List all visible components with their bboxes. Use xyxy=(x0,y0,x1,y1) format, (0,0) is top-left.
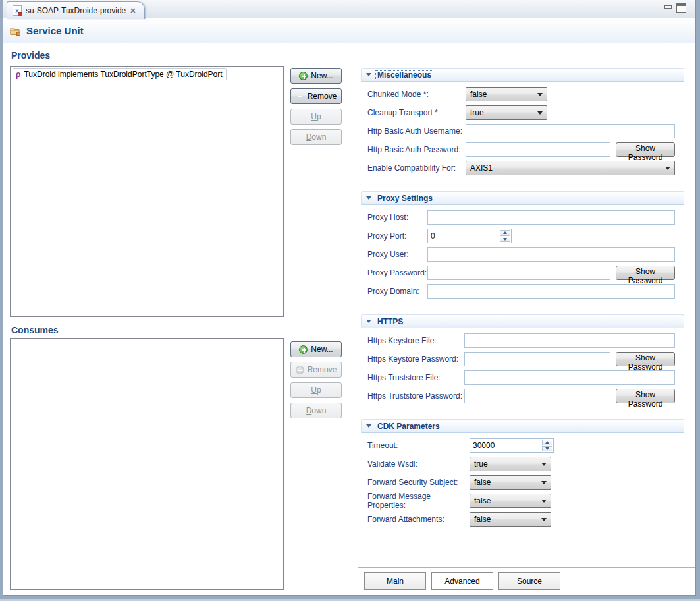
field-row-timeout: Timeout: xyxy=(361,438,684,453)
provides-list-item[interactable]: ρTuxDroid implements TuxDroidPortType @ … xyxy=(13,68,227,80)
field-row-proxy-password: Proxy Password:Show Password xyxy=(361,266,684,280)
section-title: CDK Parameters xyxy=(376,422,441,431)
page-tab-advanced[interactable]: Advanced xyxy=(431,572,493,590)
folder-icon xyxy=(10,26,21,36)
http-basic-auth-password-label: Http Basic Auth Password: xyxy=(367,145,466,154)
editor-window: X su-SOAP-TuxDroide-provide ✕ Service Un… xyxy=(3,0,696,596)
http-basic-auth-username-input[interactable] xyxy=(466,124,675,138)
https-keystore-password-show-password-button[interactable]: Show Password xyxy=(616,352,675,366)
consumes-list[interactable] xyxy=(10,338,284,590)
https-truststore-password-show-password-button[interactable]: Show Password xyxy=(616,389,675,403)
enable-compatibility-for-label: Enable Compatibility For: xyxy=(367,163,466,173)
https-truststore-password-input[interactable] xyxy=(464,389,610,403)
section-header-https[interactable]: HTTPS xyxy=(361,314,684,328)
proxy-user-input[interactable] xyxy=(427,247,675,262)
remove-icon xyxy=(296,92,304,101)
section-header-proxy-settings[interactable]: Proxy Settings xyxy=(361,191,684,205)
chevron-down-icon xyxy=(541,500,547,505)
spinner-down-icon[interactable] xyxy=(542,446,552,452)
proxy-host-label: Proxy Host: xyxy=(367,213,427,222)
consumes-remove-button[interactable]: Remove xyxy=(290,362,342,378)
field-row-cleanup-transport: Cleanup Transport *:true xyxy=(361,105,684,120)
selected-value: AXIS1 xyxy=(470,163,661,173)
provides-down-button[interactable]: Down xyxy=(290,129,342,145)
spinner-down-icon[interactable] xyxy=(500,237,510,243)
forward-attachments-label: Forward Attachments: xyxy=(367,515,470,524)
provides-up-button[interactable]: Up xyxy=(290,109,342,125)
chevron-down-icon xyxy=(665,167,670,173)
collapse-triangle-icon xyxy=(366,196,371,202)
field-row-proxy-domain: Proxy Domain: xyxy=(361,284,684,299)
page-tab-main[interactable]: Main xyxy=(364,572,426,590)
field-row-validate-wsdl: Validate Wsdl:true xyxy=(361,457,684,471)
https-keystore-password-label: Https Keystore Password: xyxy=(367,355,464,364)
selected-value: false xyxy=(470,90,533,99)
consumes-buttons: New...RemoveUpDown xyxy=(290,341,342,418)
chunked-mode-label: Chunked Mode *: xyxy=(367,90,466,99)
proxy-port-input[interactable] xyxy=(428,229,499,243)
endpoint-icon: ρ xyxy=(16,70,20,79)
provides-list[interactable]: ρTuxDroid implements TuxDroidPortType @ … xyxy=(10,66,284,317)
section-title: Proxy Settings xyxy=(376,194,434,203)
forward-message-properties-select[interactable]: false xyxy=(470,494,551,508)
forward-attachments-select[interactable]: false xyxy=(470,512,551,527)
close-icon[interactable]: ✕ xyxy=(130,7,136,14)
chunked-mode-select[interactable]: false xyxy=(466,87,547,101)
collapse-triangle-icon xyxy=(366,424,371,430)
cleanup-transport-select[interactable]: true xyxy=(466,105,547,120)
section-header-miscellaneous[interactable]: Miscellaneous xyxy=(361,68,684,82)
section-header-cdk-parameters[interactable]: CDK Parameters xyxy=(361,419,684,433)
section-title: Miscellaneous xyxy=(376,71,433,80)
field-row-proxy-port: Proxy Port: xyxy=(361,229,684,243)
provides-new-button[interactable]: New... xyxy=(290,68,342,84)
consumes-heading: Consumes xyxy=(11,325,59,335)
timeout-label: Timeout: xyxy=(367,441,470,450)
editor-tab-strip: X su-SOAP-TuxDroide-provide ✕ xyxy=(3,0,695,19)
proxy-domain-label: Proxy Domain: xyxy=(367,287,427,296)
button-label: Down xyxy=(306,406,327,415)
chevron-down-icon xyxy=(541,463,547,469)
consumes-down-button[interactable]: Down xyxy=(290,403,342,418)
settings-sections: MiscellaneousChunked Mode *:falseCleanup… xyxy=(361,68,684,542)
https-truststore-file-input[interactable] xyxy=(464,370,675,385)
provides-remove-button[interactable]: Remove xyxy=(290,88,342,104)
field-row-https-keystore-file: Https Keystore File: xyxy=(361,333,684,348)
spinner-buttons xyxy=(500,230,510,242)
http-basic-auth-password-input[interactable] xyxy=(466,142,610,157)
editor-tab[interactable]: X su-SOAP-TuxDroide-provide ✕ xyxy=(7,1,145,19)
forward-security-subject-label: Forward Security Subject: xyxy=(367,478,470,487)
http-basic-auth-password-show-password-button[interactable]: Show Password xyxy=(616,142,675,157)
forward-message-properties-label: Forward Message Properties: xyxy=(367,492,470,510)
maximize-icon[interactable] xyxy=(676,3,686,13)
page-tab-bar: MainAdvancedSource xyxy=(358,567,695,595)
proxy-user-label: Proxy User: xyxy=(367,250,427,259)
spinner-up-icon[interactable] xyxy=(542,440,552,445)
proxy-port-label: Proxy Port: xyxy=(367,231,427,241)
forward-security-subject-select[interactable]: false xyxy=(470,475,551,490)
consumes-new-button[interactable]: New... xyxy=(290,341,342,357)
add-icon xyxy=(299,345,308,354)
timeout-input[interactable] xyxy=(470,439,541,452)
field-row-forward-message-properties: Forward Message Properties:false xyxy=(361,494,684,508)
https-keystore-file-input[interactable] xyxy=(464,333,675,348)
add-icon xyxy=(299,72,308,80)
proxy-password-show-password-button[interactable]: Show Password xyxy=(616,266,675,280)
proxy-host-input[interactable] xyxy=(427,210,675,225)
proxy-password-input[interactable] xyxy=(427,266,610,280)
enable-compatibility-for-select[interactable]: AXIS1 xyxy=(466,161,675,175)
proxy-domain-input[interactable] xyxy=(427,284,675,299)
selected-value: false xyxy=(474,496,537,505)
timeout-spinner xyxy=(470,438,554,453)
https-keystore-file-label: Https Keystore File: xyxy=(367,336,464,345)
https-keystore-password-input[interactable] xyxy=(464,352,610,366)
spinner-buttons xyxy=(542,440,552,451)
validate-wsdl-select[interactable]: true xyxy=(470,457,551,471)
field-row-proxy-user: Proxy User: xyxy=(361,247,684,262)
field-row-forward-security-subject: Forward Security Subject:false xyxy=(361,475,684,490)
page-tab-source[interactable]: Source xyxy=(498,572,560,590)
consumes-up-button[interactable]: Up xyxy=(290,382,342,398)
chevron-down-icon xyxy=(541,481,547,487)
section-miscellaneous: MiscellaneousChunked Mode *:falseCleanup… xyxy=(361,68,684,175)
spinner-up-icon[interactable] xyxy=(500,230,510,236)
minimize-icon[interactable] xyxy=(663,3,672,11)
